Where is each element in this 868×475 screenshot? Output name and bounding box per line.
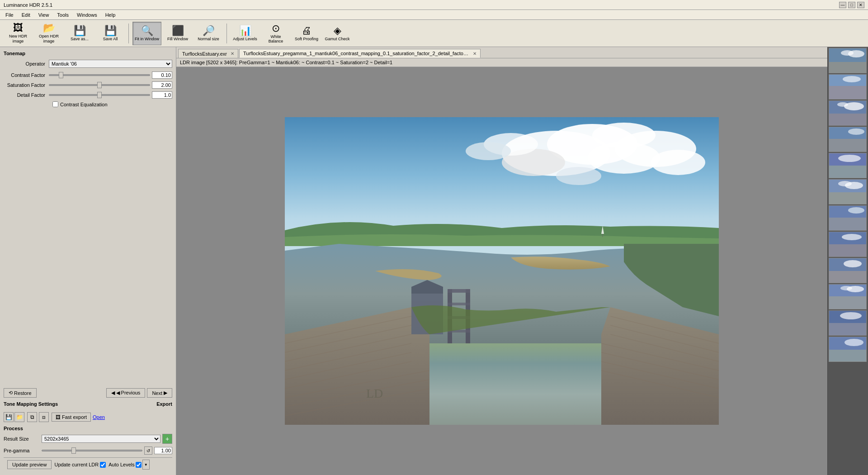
thumbnail-6[interactable]	[829, 179, 867, 204]
next-button[interactable]: Next ▶	[147, 388, 172, 398]
pregamma-reset-button[interactable]: ↺	[144, 446, 152, 455]
restore-icon: ⟲	[9, 390, 13, 396]
svg-point-55	[848, 128, 864, 135]
add-size-button[interactable]: +	[162, 434, 172, 444]
svg-rect-78	[829, 296, 867, 309]
tone-settings-label: Tone Mapping Settings	[4, 401, 58, 407]
thumbnail-4[interactable]	[829, 127, 867, 152]
close-button[interactable]: ✕	[857, 2, 864, 8]
detail-slider[interactable]	[49, 94, 150, 96]
paste-icon-button[interactable]: ⧈	[39, 412, 49, 422]
left-panel: Tonemap Operator Mantiuk '06 Reinhard '0…	[0, 47, 176, 475]
soft-proofing-button[interactable]: 🖨 Soft Proofing	[292, 22, 321, 45]
save-all-button[interactable]: 💾 Save All	[96, 22, 125, 45]
export-controls-row: 💾 📁 ⧉ ⧈ 🖼 Fast export Open	[4, 412, 172, 422]
update-current-checkbox[interactable]	[100, 462, 106, 468]
white-balance-button[interactable]: ⊙ White Balance	[261, 22, 290, 45]
thumbnail-11[interactable]	[829, 310, 867, 336]
thumbnail-8[interactable]	[829, 232, 867, 257]
thumbnail-2[interactable]	[829, 74, 867, 100]
fill-window-button[interactable]: ⬛ Fill Window	[163, 22, 192, 45]
save-as-button[interactable]: 💾 Save as...	[65, 22, 94, 45]
menu-file[interactable]: File	[2, 11, 17, 19]
svg-rect-61	[829, 192, 867, 204]
contrast-slider[interactable]	[49, 74, 150, 76]
previous-icon: ◀	[111, 390, 115, 396]
previous-button[interactable]: ◀ ◀ Previous	[106, 388, 146, 398]
tab-exr[interactable]: TurflocksEstuary.exr ✕	[178, 49, 238, 58]
menu-help[interactable]: Help	[102, 11, 119, 19]
detail-value: 1.0	[152, 91, 172, 99]
pregamma-slider[interactable]	[42, 450, 142, 451]
restore-label: Restore	[14, 390, 32, 396]
menu-tools[interactable]: Tools	[53, 11, 72, 19]
saturation-slider[interactable]	[49, 84, 150, 86]
svg-point-42	[841, 50, 854, 56]
thumbnail-10[interactable]	[829, 284, 867, 309]
open-hdr-button[interactable]: 📂 Open HDR image	[34, 22, 63, 45]
thumbnail-12[interactable]	[829, 337, 867, 362]
white-balance-icon: ⊙	[272, 24, 280, 33]
gamut-check-button[interactable]: ◈ Gamut Check	[323, 22, 352, 45]
tab-exr-close[interactable]: ✕	[231, 51, 234, 56]
maximize-button[interactable]: □	[848, 2, 855, 8]
load-icon-button[interactable]: 📁	[14, 412, 24, 422]
fit-window-icon: 🔍	[141, 26, 153, 36]
saturation-row: Saturation Factor 2.00	[4, 81, 172, 89]
restore-nav-row: ⟲ Restore ◀ ◀ Previous Next ▶	[4, 388, 172, 398]
svg-point-68	[848, 207, 864, 214]
saturation-value: 2.00	[152, 81, 172, 89]
auto-levels-checkbox[interactable]	[136, 462, 142, 468]
menu-edit[interactable]: Edit	[18, 11, 34, 19]
tab-jpg[interactable]: TurflocksEstuary_pregamma_1_mantiuk06_co…	[239, 49, 481, 58]
new-hdr-button[interactable]: 🖼 New HDR image	[4, 22, 33, 45]
white-balance-label: White Balance	[263, 34, 289, 43]
operator-label: Operator	[4, 61, 49, 66]
menu-bar: File Edit View Tools Windows Help	[0, 10, 868, 20]
fit-window-button[interactable]: 🔍 Fit in Window	[132, 22, 161, 45]
copy-icon-button[interactable]: ⧉	[27, 412, 37, 422]
fast-export-button[interactable]: 🖼 Fast export	[52, 413, 91, 422]
new-hdr-label: New HDR image	[5, 34, 31, 44]
gamut-check-label: Gamut Check	[325, 37, 349, 41]
fill-window-label: Fill Window	[167, 37, 188, 41]
adjust-levels-button[interactable]: 📊 Adjust Levels	[231, 22, 259, 45]
save-icon-button[interactable]: 💾	[4, 412, 14, 422]
thumbnail-5[interactable]	[829, 153, 867, 178]
update-preview-button[interactable]: Update preview	[7, 460, 52, 469]
title-bar: Luminance HDR 2.5.1 — □ ✕	[0, 0, 868, 10]
svg-rect-29	[448, 289, 470, 293]
contrast-eq-checkbox[interactable]	[52, 101, 58, 107]
normal-size-button[interactable]: 🔎 Normal size	[194, 22, 223, 45]
menu-view[interactable]: View	[35, 11, 53, 19]
thumbnail-9[interactable]	[829, 258, 867, 283]
adjust-levels-icon: 📊	[239, 26, 251, 36]
detail-row: Detail Factor 1.0	[4, 91, 172, 99]
operator-select[interactable]: Mantiuk '06 Reinhard '02 Drago '03 Fatta…	[49, 60, 172, 68]
thumbnail-7[interactable]	[829, 205, 867, 231]
svg-point-72	[842, 234, 862, 240]
process-label: Process	[4, 426, 172, 431]
open-hdr-icon: 📂	[43, 23, 55, 33]
minimize-button[interactable]: —	[839, 2, 846, 8]
thumbnail-1[interactable]	[829, 48, 867, 73]
export-label: Export	[156, 401, 172, 407]
result-size-row: Result Size 5202x3465 2601x1733 1301x867…	[4, 434, 172, 444]
export-icon: 🖼	[56, 414, 61, 420]
app-title: Luminance HDR 2.5.1	[4, 2, 52, 8]
menu-windows[interactable]: Windows	[73, 11, 101, 19]
svg-point-9	[556, 167, 601, 185]
center-area: TurflocksEstuary.exr ✕ TurflocksEstuary_…	[176, 47, 827, 475]
image-display[interactable]: LD	[176, 67, 827, 475]
open-link[interactable]: Open	[93, 414, 105, 420]
auto-levels-dropdown[interactable]: ▼	[142, 460, 150, 470]
left-bottom-section: ⟲ Restore ◀ ◀ Previous Next ▶ Tone Mappi	[4, 388, 172, 471]
thumbnail-3[interactable]	[829, 100, 867, 126]
tab-jpg-close[interactable]: ✕	[473, 51, 476, 56]
result-size-select[interactable]: 5202x3465 2601x1733 1301x867	[42, 435, 160, 443]
process-section: Process Result Size 5202x3465 2601x1733 …	[4, 426, 172, 455]
restore-button[interactable]: ⟲ Restore	[4, 388, 37, 398]
previous-label: ◀ Previous	[116, 390, 141, 396]
save-as-label: Save as...	[71, 37, 89, 41]
tab-bar: TurflocksEstuary.exr ✕ TurflocksEstuary_…	[176, 47, 827, 58]
